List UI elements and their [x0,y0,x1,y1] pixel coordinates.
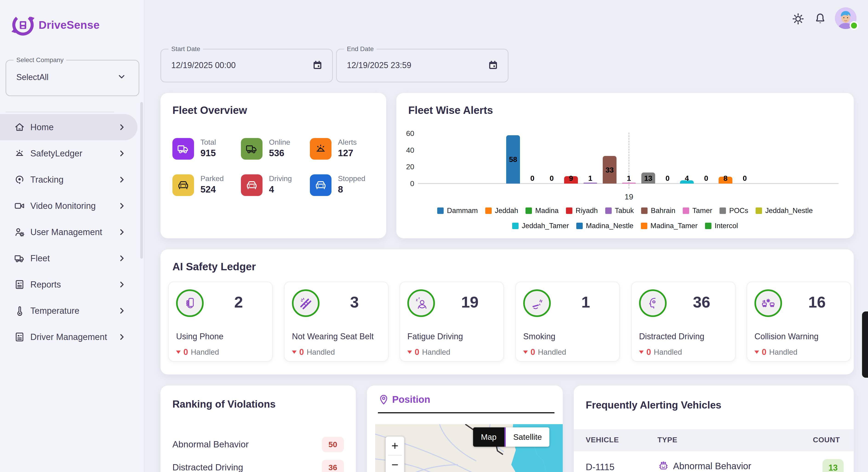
truck-icon [173,138,194,159]
legend-swatch [719,207,726,214]
chevron-right-icon [117,253,127,263]
legend-item-jeddah-nestle[interactable]: Jeddah_Nestle [755,207,813,215]
legend-item-riyadh[interactable]: Riyadh [566,207,598,215]
smoking-icon [523,289,551,317]
safety-card-smoking[interactable]: 1 Smoking 0 Handled [516,282,620,362]
legend-swatch [683,207,689,214]
stat-alerts: Alerts 127 [310,138,374,159]
siren-icon [310,138,332,159]
car-icon [310,174,332,196]
thermometer-icon [14,305,25,317]
x-axis-tick: 19 [614,192,644,201]
position-underline [378,412,554,413]
legend-item-madina-nestle[interactable]: Madina_Nestle [576,222,633,230]
alert-count-badge: 13 [823,459,844,472]
safety-card-collision-warning[interactable]: 16 Collision Warning 0 Handled [747,282,851,362]
safety-card-distracted-driving[interactable]: 36 Distracted Driving 0 Handled [631,282,736,362]
chevron-right-icon [117,148,127,158]
decrease-icon [639,351,644,354]
car-icon [241,174,262,196]
violation-count-badge: 36 [322,460,344,472]
theme-sun-icon[interactable] [792,12,805,25]
bar-chart-plot: 5800913311304080 6040200 [418,132,839,183]
home-icon [14,121,25,133]
siren-icon [14,148,25,159]
bar-slot: 9 [561,132,581,183]
legend-item-intercol[interactable]: Intercol [705,222,738,230]
sidebar-item-fleet[interactable]: Fleet [0,245,137,271]
legend-swatch [705,223,711,229]
legend-swatch [641,207,648,214]
tracking-icon [14,174,25,185]
legend-item-dammam[interactable]: Dammam [437,207,478,215]
map-zoom-control: + − [385,436,405,472]
satellite-view-button[interactable]: Satellite [504,427,549,447]
chart-legend-row-2: Jeddah_Tamer Madina_Nestle Madina_Tamer … [396,222,854,230]
chevron-right-icon [117,332,127,342]
legend-swatch [641,223,647,229]
bar-slot: 58 [503,132,523,183]
sidebar-item-reports[interactable]: Reports [0,271,137,298]
side-panel-tab[interactable] [862,312,868,378]
position-title: Position [392,394,430,405]
legend-swatch [437,207,444,214]
drivesense-dashboard: DriveSense Select Company SelectAll Home… [0,0,868,472]
ai-chip-icon [657,460,670,472]
zoom-out-button[interactable]: − [386,455,404,472]
position-header: Position [378,394,430,405]
legend-item-jeddah-tamer[interactable]: Jeddah_Tamer [512,222,569,230]
safety-card-not-wearing-seat-belt[interactable]: 3 Not Wearing Seat Belt 0 Handled [284,282,389,362]
vehicle-row-d-1115[interactable]: D-1115 Abnormal Behavior 13 [574,457,854,472]
distracted-head-icon [639,289,666,317]
chevron-right-icon [117,122,127,132]
fleet-wise-alerts-card: Fleet Wise Alerts 5800913311304080 60402… [396,93,854,238]
bar-slot: 13 [639,132,658,183]
legend-item-pocs[interactable]: POCs [719,207,748,215]
notifications-bell-icon[interactable] [814,12,827,25]
sidebar-item-driver-management[interactable]: Driver Management [0,324,137,350]
sidebar-item-safetyledger[interactable]: SafetyLedger [0,140,137,167]
company-select[interactable]: Select Company SelectAll [5,60,139,96]
sidebar-item-tracking[interactable]: Tracking [0,167,137,193]
map[interactable]: + − Map Satellite Persian G (Arabian G [375,424,563,472]
table-header: VEHICLE TYPE COUNT [574,429,854,451]
bar-slot: 8 [716,132,735,183]
fleet-overview-card: Fleet Overview Total 915 Online 536 Aler… [160,93,386,238]
bar-value-label: 58 [503,155,523,164]
bar-value-label: 13 [639,174,658,183]
decrease-icon [407,351,412,354]
end-date-field[interactable]: End Date 12/19/2025 23:59 [336,49,508,82]
safety-card-fatigue-driving[interactable]: zz 19 Fatigue Driving 0 Handled [400,282,504,362]
bar-tabuk [583,183,597,183]
chevron-right-icon [117,279,127,290]
bar-value-label: 8 [716,174,735,183]
start-date-value: 12/19/2025 00:00 [171,60,236,70]
sidebar-item-temperature[interactable]: Temperature [0,298,137,324]
chevron-right-icon [117,227,127,237]
safety-card-using-phone[interactable]: 2 Using Phone 0 Handled [168,282,273,362]
position-card: Position + [367,385,563,472]
legend-item-tabuk[interactable]: Tabuk [605,207,634,215]
start-date-field[interactable]: Start Date 12/19/2025 00:00 [160,49,333,82]
bar-value-label: 1 [581,174,600,183]
app-logo[interactable]: DriveSense [10,12,100,38]
legend-swatch [755,207,762,214]
sidebar-item-home[interactable]: Home [0,114,137,140]
sidebar-item-user-management[interactable]: User Management [0,219,137,245]
legend-item-jeddah[interactable]: Jeddah [485,207,518,215]
calendar-icon[interactable] [488,60,499,70]
calendar-icon[interactable] [312,60,323,70]
violation-count-badge: 50 [322,437,344,452]
map-view-button[interactable]: Map [473,427,504,447]
decrease-icon [754,351,759,354]
legend-item-madina[interactable]: Madina [526,207,559,215]
chevron-right-icon [117,201,127,211]
bar-slot: 1 [581,132,600,183]
legend-item-bahrain[interactable]: Bahrain [641,207,675,215]
zoom-in-button[interactable]: + [386,437,404,455]
location-pin-icon [378,394,390,405]
alerting-vehicles-card: Frequently Alerting Vehicles VEHICLE TYP… [574,385,854,472]
sidebar-item-video-monitoring[interactable]: Video Monitoring [0,193,137,219]
legend-item-tamer[interactable]: Tamer [683,207,712,215]
legend-item-madina-tamer[interactable]: Madina_Tamer [641,222,698,230]
